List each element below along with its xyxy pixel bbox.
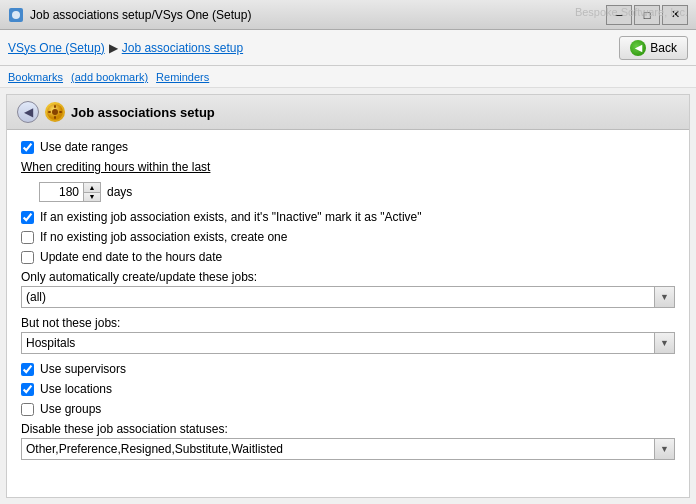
create-one-checkbox[interactable] <box>21 231 34 244</box>
days-row: ▲ ▼ days <box>39 182 675 202</box>
form-content: Use date ranges When crediting hours wit… <box>7 130 689 478</box>
company-watermark: Bespoke Software, Inc. <box>575 6 688 18</box>
breadcrumb: VSys One (Setup) ▶ Job associations setu… <box>8 41 243 55</box>
days-input[interactable] <box>39 182 84 202</box>
spinner-buttons: ▲ ▼ <box>84 182 101 202</box>
use-groups-label: Use groups <box>40 402 101 416</box>
mark-active-label: If an existing job association exists, a… <box>40 210 422 224</box>
section-icon <box>45 102 65 122</box>
days-spinner: ▲ ▼ <box>39 182 101 202</box>
spinner-up-button[interactable]: ▲ <box>84 183 100 192</box>
auto-create-row: Only automatically create/update these j… <box>21 270 675 308</box>
window-icon <box>8 7 24 23</box>
back-button[interactable]: ◀ Back <box>619 36 688 60</box>
update-end-date-label: Update end date to the hours date <box>40 250 222 264</box>
but-not-row: But not these jobs: Hospitals ▼ <box>21 316 675 354</box>
use-supervisors-row: Use supervisors <box>21 362 675 376</box>
breadcrumb-separator: ▶ <box>109 41 118 55</box>
update-end-date-row: Update end date to the hours date <box>21 250 675 264</box>
auto-create-label: Only automatically create/update these j… <box>21 270 675 284</box>
svg-rect-5 <box>54 116 56 119</box>
breadcrumb-root[interactable]: VSys One (Setup) <box>8 41 105 55</box>
disable-statuses-select[interactable]: Other,Preference,Resigned,Substitute,Wai… <box>22 439 654 459</box>
back-button-label: Back <box>650 41 677 55</box>
mark-active-row: If an existing job association exists, a… <box>21 210 675 224</box>
svg-point-1 <box>12 11 20 19</box>
auto-create-dropdown-arrow[interactable]: ▼ <box>654 287 674 307</box>
section-title: Job associations setup <box>71 105 215 120</box>
use-groups-checkbox[interactable] <box>21 403 34 416</box>
but-not-label: But not these jobs: <box>21 316 675 330</box>
svg-rect-4 <box>54 105 56 108</box>
svg-rect-6 <box>48 111 51 113</box>
use-locations-checkbox[interactable] <box>21 383 34 396</box>
breadcrumb-current[interactable]: Job associations setup <box>122 41 243 55</box>
use-locations-row: Use locations <box>21 382 675 396</box>
update-end-date-checkbox[interactable] <box>21 251 34 264</box>
when-crediting-row: When crediting hours within the last <box>21 160 675 174</box>
use-locations-label: Use locations <box>40 382 112 396</box>
use-supervisors-checkbox[interactable] <box>21 363 34 376</box>
use-date-ranges-label: Use date ranges <box>40 140 128 154</box>
back-icon: ◀ <box>630 40 646 56</box>
disable-statuses-label: Disable these job association statuses: <box>21 422 675 436</box>
toolbar: VSys One (Setup) ▶ Job associations setu… <box>0 30 696 66</box>
auto-create-select[interactable]: (all) <box>22 287 654 307</box>
add-bookmark-link[interactable]: (add bookmark) <box>71 71 148 83</box>
use-supervisors-label: Use supervisors <box>40 362 126 376</box>
svg-point-3 <box>52 109 58 115</box>
create-one-row: If no existing job association exists, c… <box>21 230 675 244</box>
reminders-link[interactable]: Reminders <box>156 71 209 83</box>
create-one-label: If no existing job association exists, c… <box>40 230 287 244</box>
use-groups-row: Use groups <box>21 402 675 416</box>
section-header: ◀ Job associations setup <box>7 95 689 130</box>
disable-statuses-dropdown-arrow[interactable]: ▼ <box>654 439 674 459</box>
svg-rect-7 <box>59 111 62 113</box>
mark-active-checkbox[interactable] <box>21 211 34 224</box>
use-date-ranges-checkbox[interactable] <box>21 141 34 154</box>
bookmarks-link[interactable]: Bookmarks <box>8 71 63 83</box>
section-nav-button[interactable]: ◀ <box>17 101 39 123</box>
but-not-select[interactable]: Hospitals <box>22 333 654 353</box>
window-title: Job associations setup/VSys One (Setup) <box>30 8 606 22</box>
spinner-down-button[interactable]: ▼ <box>84 192 100 201</box>
bookmarks-bar: Bookmarks (add bookmark) Reminders <box>0 66 696 88</box>
but-not-dropdown-arrow[interactable]: ▼ <box>654 333 674 353</box>
main-content: ◀ Job associations setup <box>6 94 690 498</box>
days-label: days <box>107 185 132 199</box>
use-date-ranges-row: Use date ranges <box>21 140 675 154</box>
but-not-dropdown[interactable]: Hospitals ▼ <box>21 332 675 354</box>
when-crediting-label: When crediting hours within the last <box>21 160 675 174</box>
auto-create-dropdown[interactable]: (all) ▼ <box>21 286 675 308</box>
disable-statuses-dropdown[interactable]: Other,Preference,Resigned,Substitute,Wai… <box>21 438 675 460</box>
disable-statuses-row: Disable these job association statuses: … <box>21 422 675 460</box>
